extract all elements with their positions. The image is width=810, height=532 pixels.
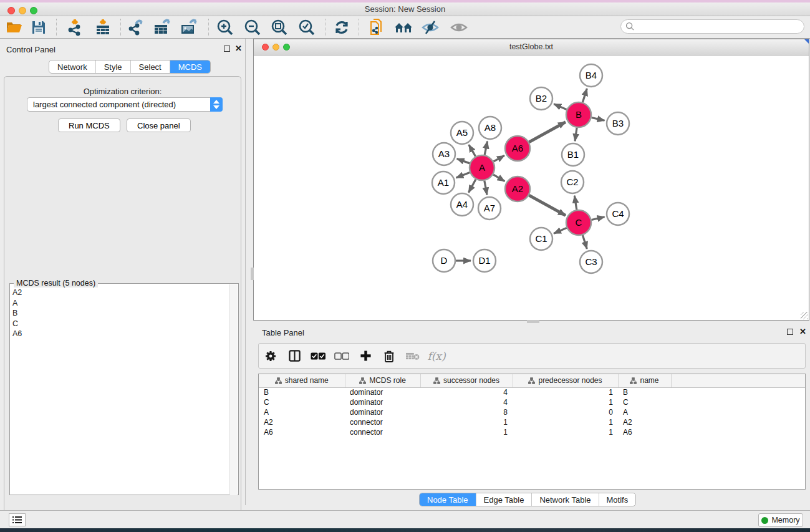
graph-node-A1[interactable]: A1: [432, 172, 455, 194]
table-row[interactable]: Cdominator41C: [259, 397, 805, 407]
zoom-selected-button[interactable]: [296, 18, 317, 37]
table-row[interactable]: Adominator80A: [259, 407, 805, 417]
graph-edge-A-A3[interactable]: [457, 158, 470, 163]
show-graphics-details-button[interactable]: [448, 18, 470, 37]
graph-edge-C-C1[interactable]: [554, 228, 567, 233]
zoom-out-button[interactable]: [242, 18, 263, 37]
close-panel-icon[interactable]: ✕: [235, 44, 242, 53]
graph-node-A[interactable]: A: [470, 155, 494, 180]
refresh-button[interactable]: [331, 18, 352, 37]
graph-edge-A6-B[interactable]: [529, 122, 566, 142]
tab-node-table[interactable]: Node Table: [420, 493, 476, 506]
tab-edge-table[interactable]: Edge Table: [476, 493, 533, 506]
resize-grip[interactable]: [801, 312, 808, 319]
mcds-result-item[interactable]: A: [12, 298, 22, 309]
graph-node-A6[interactable]: A6: [505, 136, 530, 161]
mcds-result-item[interactable]: B: [12, 308, 22, 319]
splitter-grip[interactable]: [251, 268, 254, 280]
tab-network[interactable]: Network: [49, 60, 96, 74]
tab-motifs[interactable]: Motifs: [599, 493, 636, 506]
graph-edge-A-A6[interactable]: [493, 155, 504, 162]
column-header-shared-name[interactable]: shared name: [259, 374, 345, 387]
graph-node-C1[interactable]: C1: [530, 228, 552, 250]
graph-edge-A-A2[interactable]: [493, 175, 504, 181]
save-session-button[interactable]: [28, 18, 49, 37]
mcds-result-item[interactable]: C: [12, 319, 22, 329]
import-table-button[interactable]: [92, 18, 113, 37]
export-table-button[interactable]: [152, 18, 173, 37]
run-mcds-button[interactable]: Run MCDS: [58, 118, 120, 132]
graph-node-B3[interactable]: B3: [607, 112, 629, 135]
close-panel-icon[interactable]: ✕: [799, 327, 806, 336]
zoom-in-button[interactable]: [215, 18, 236, 37]
graph-node-D[interactable]: D: [433, 249, 455, 272]
graph-node-C[interactable]: C: [566, 210, 591, 235]
graph-edge-B-B2[interactable]: [554, 104, 567, 110]
column-header-MCDS-role[interactable]: MCDS role: [345, 374, 420, 387]
table-row[interactable]: A2connector11A2: [259, 417, 805, 427]
graph-node-A5[interactable]: A5: [451, 122, 473, 144]
function-builder-button[interactable]: f(x): [425, 344, 448, 368]
zoom-fit-button[interactable]: [269, 18, 290, 37]
scrollbar-track[interactable]: [229, 284, 238, 495]
close-panel-button[interactable]: Close panel: [127, 118, 191, 132]
graph-edge-B-B4[interactable]: [582, 89, 587, 102]
duplicate-network-button[interactable]: [367, 18, 388, 37]
graph-node-C3[interactable]: C3: [580, 251, 602, 273]
graph-node-B[interactable]: B: [566, 102, 591, 127]
tab-mcds[interactable]: MCDS: [170, 60, 210, 74]
column-layout-button[interactable]: [282, 344, 306, 368]
optimization-criterion-dropdown[interactable]: largest connected component (directed): [27, 97, 223, 112]
graph-edge-B-B3[interactable]: [591, 118, 604, 121]
graph-edge-A-A8[interactable]: [485, 142, 487, 155]
overview-button[interactable]: [393, 18, 414, 37]
graph-edge-B-B1[interactable]: [575, 128, 577, 141]
graph-edge-C-C3[interactable]: [582, 235, 587, 249]
graph-edge-A-A7[interactable]: [485, 181, 487, 195]
graph-node-C2[interactable]: C2: [561, 171, 584, 193]
graph-node-A8[interactable]: A8: [479, 117, 501, 139]
graph-node-B1[interactable]: B1: [562, 143, 584, 166]
column-header-predecessor-nodes[interactable]: predecessor nodes: [513, 374, 618, 387]
column-header-name[interactable]: name: [618, 374, 671, 387]
search-field[interactable]: [620, 19, 804, 34]
export-network-button[interactable]: [125, 18, 147, 37]
open-session-button[interactable]: [4, 18, 25, 37]
graph-node-A3[interactable]: A3: [433, 143, 455, 165]
tab-network-table[interactable]: Network Table: [532, 493, 599, 506]
tab-style[interactable]: Style: [96, 60, 131, 74]
float-panel-icon[interactable]: [224, 46, 230, 52]
delete-table-button[interactable]: [401, 344, 425, 368]
graph-edge-A-A5[interactable]: [469, 145, 476, 157]
network-graph-canvas[interactable]: AA1A3A4A5A7A8A6A2BB1B2B3B4CC1C2C3C4DD1: [254, 56, 809, 320]
column-header-successor-nodes[interactable]: successor nodes: [420, 374, 513, 387]
table-row[interactable]: A6connector11A6: [259, 427, 805, 437]
mcds-result-item[interactable]: A6: [12, 329, 22, 339]
show-panels-menu-button[interactable]: [9, 513, 26, 526]
graph-node-C4[interactable]: C4: [607, 203, 629, 225]
graph-node-B2[interactable]: B2: [530, 87, 552, 110]
graph-node-A7[interactable]: A7: [478, 197, 501, 220]
import-network-button[interactable]: [64, 18, 85, 37]
search-input[interactable]: [635, 22, 791, 31]
graph-edge-C-C4[interactable]: [591, 217, 604, 220]
table-settings-button[interactable]: [259, 344, 282, 368]
float-panel-icon[interactable]: [787, 329, 793, 335]
delete-column-button[interactable]: [377, 344, 401, 368]
graph-edge-A2-C[interactable]: [529, 195, 566, 215]
tab-select[interactable]: Select: [131, 60, 170, 74]
select-all-button[interactable]: [306, 344, 330, 368]
deselect-all-button[interactable]: [330, 344, 354, 368]
graph-edge-C-C2[interactable]: [574, 196, 576, 210]
hide-graphics-details-button[interactable]: [420, 18, 441, 37]
mcds-result-item[interactable]: A2: [12, 288, 22, 298]
network-window-titlebar[interactable]: testGlobe.txt: [254, 39, 809, 56]
memory-button[interactable]: Memory: [758, 513, 803, 527]
add-column-button[interactable]: [354, 344, 377, 368]
export-image-button[interactable]: [178, 18, 200, 37]
graph-node-A2[interactable]: A2: [505, 177, 530, 201]
graph-node-A4[interactable]: A4: [451, 193, 473, 216]
graph-edge-A-A4[interactable]: [468, 179, 475, 192]
graph-node-B4[interactable]: B4: [580, 64, 602, 87]
graph-edge-A-A1[interactable]: [456, 173, 470, 178]
